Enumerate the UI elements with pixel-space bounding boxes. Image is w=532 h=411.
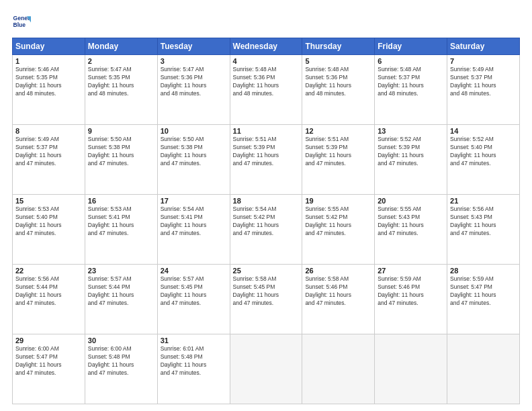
table-row: 24Sunrise: 5:57 AMSunset: 5:45 PMDayligh… — [157, 265, 230, 334]
day-info: Sunrise: 5:51 AMSunset: 5:39 PMDaylight:… — [305, 136, 371, 168]
day-number: 25 — [233, 267, 300, 275]
calendar-header-day: Saturday — [447, 38, 520, 55]
day-info: Sunrise: 5:47 AMSunset: 5:35 PMDaylight:… — [88, 66, 154, 98]
calendar-header-day: Tuesday — [157, 38, 230, 55]
calendar-week-row: 8Sunrise: 5:49 AMSunset: 5:37 PMDaylight… — [13, 125, 520, 195]
calendar-week-row: 1Sunrise: 5:46 AMSunset: 5:35 PMDaylight… — [13, 55, 520, 125]
day-info: Sunrise: 5:53 AMSunset: 5:41 PMDaylight:… — [88, 205, 154, 238]
calendar-header-day: Sunday — [13, 38, 85, 55]
day-info: Sunrise: 5:55 AMSunset: 5:42 PMDaylight:… — [305, 205, 371, 238]
day-number: 2 — [88, 57, 154, 65]
day-info: Sunrise: 5:53 AMSunset: 5:40 PMDaylight:… — [15, 205, 82, 238]
table-row: 7Sunrise: 5:49 AMSunset: 5:37 PMDaylight… — [447, 55, 520, 125]
table-row: 10Sunrise: 5:50 AMSunset: 5:38 PMDayligh… — [157, 125, 230, 195]
table-row: 12Sunrise: 5:51 AMSunset: 5:39 PMDayligh… — [302, 125, 375, 195]
calendar-header-day: Friday — [375, 38, 447, 55]
day-info: Sunrise: 5:58 AMSunset: 5:46 PMDaylight:… — [305, 275, 371, 308]
day-number: 7 — [450, 57, 517, 65]
day-number: 10 — [161, 127, 227, 135]
day-number: 1 — [15, 57, 82, 65]
calendar-week-row: 22Sunrise: 5:56 AMSunset: 5:44 PMDayligh… — [13, 265, 520, 334]
day-info: Sunrise: 5:54 AMSunset: 5:42 PMDaylight:… — [233, 205, 300, 238]
day-number: 27 — [378, 267, 444, 275]
calendar-week-row: 15Sunrise: 5:53 AMSunset: 5:40 PMDayligh… — [13, 195, 520, 265]
table-row: 1Sunrise: 5:46 AMSunset: 5:35 PMDaylight… — [13, 55, 85, 125]
day-number: 5 — [305, 57, 371, 65]
table-row: 14Sunrise: 5:52 AMSunset: 5:40 PMDayligh… — [447, 125, 520, 195]
day-info: Sunrise: 5:56 AMSunset: 5:43 PMDaylight:… — [450, 205, 517, 238]
table-row: 13Sunrise: 5:52 AMSunset: 5:39 PMDayligh… — [375, 125, 447, 195]
table-row: 27Sunrise: 5:59 AMSunset: 5:46 PMDayligh… — [375, 265, 447, 334]
day-info: Sunrise: 6:00 AMSunset: 5:47 PMDaylight:… — [15, 345, 82, 377]
day-number: 6 — [378, 57, 444, 65]
day-info: Sunrise: 5:52 AMSunset: 5:39 PMDaylight:… — [378, 136, 444, 168]
day-number: 22 — [15, 267, 82, 275]
calendar-header-day: Monday — [85, 38, 157, 55]
day-number: 31 — [161, 336, 227, 345]
table-row: 25Sunrise: 5:58 AMSunset: 5:45 PMDayligh… — [230, 265, 302, 334]
table-row: 19Sunrise: 5:55 AMSunset: 5:42 PMDayligh… — [302, 195, 375, 265]
day-info: Sunrise: 5:46 AMSunset: 5:35 PMDaylight:… — [15, 66, 82, 98]
svg-text:Blue: Blue — [13, 21, 26, 28]
calendar-table: SundayMondayTuesdayWednesdayThursdayFrid… — [12, 38, 520, 404]
day-info: Sunrise: 5:52 AMSunset: 5:40 PMDaylight:… — [450, 136, 517, 168]
day-number: 15 — [15, 197, 82, 205]
table-row: 28Sunrise: 5:59 AMSunset: 5:47 PMDayligh… — [447, 265, 520, 334]
table-row: 3Sunrise: 5:47 AMSunset: 5:36 PMDaylight… — [157, 55, 230, 125]
day-info: Sunrise: 5:54 AMSunset: 5:41 PMDaylight:… — [161, 205, 227, 238]
table-row: 9Sunrise: 5:50 AMSunset: 5:38 PMDaylight… — [85, 125, 157, 195]
day-info: Sunrise: 5:48 AMSunset: 5:36 PMDaylight:… — [233, 66, 300, 98]
day-number: 20 — [378, 197, 444, 205]
table-row — [375, 334, 447, 404]
day-number: 13 — [378, 127, 444, 135]
table-row: 16Sunrise: 5:53 AMSunset: 5:41 PMDayligh… — [85, 195, 157, 265]
table-row: 30Sunrise: 6:00 AMSunset: 5:48 PMDayligh… — [85, 334, 157, 404]
day-number: 4 — [233, 57, 300, 65]
day-info: Sunrise: 5:49 AMSunset: 5:37 PMDaylight:… — [15, 136, 82, 168]
day-info: Sunrise: 5:57 AMSunset: 5:44 PMDaylight:… — [88, 275, 154, 308]
day-number: 28 — [450, 267, 517, 275]
table-row — [447, 334, 520, 404]
day-info: Sunrise: 5:57 AMSunset: 5:45 PMDaylight:… — [161, 275, 227, 308]
day-number: 11 — [233, 127, 300, 135]
day-info: Sunrise: 5:49 AMSunset: 5:37 PMDaylight:… — [450, 66, 517, 98]
table-row: 17Sunrise: 5:54 AMSunset: 5:41 PMDayligh… — [157, 195, 230, 265]
day-number: 26 — [305, 267, 371, 275]
day-number: 19 — [305, 197, 371, 205]
general-blue-logo-icon: General Blue — [12, 12, 31, 31]
calendar-header-day: Wednesday — [230, 38, 302, 55]
day-info: Sunrise: 5:47 AMSunset: 5:36 PMDaylight:… — [161, 66, 227, 98]
header: General Blue — [12, 12, 520, 31]
day-number: 29 — [15, 336, 82, 345]
table-row — [302, 334, 375, 404]
day-info: Sunrise: 5:59 AMSunset: 5:46 PMDaylight:… — [378, 275, 444, 308]
day-number: 30 — [88, 336, 154, 345]
page: General Blue SundayMondayTuesdayWednesda… — [0, 0, 532, 411]
day-number: 17 — [161, 197, 227, 205]
day-number: 14 — [450, 127, 517, 135]
day-number: 8 — [15, 127, 82, 135]
day-info: Sunrise: 5:48 AMSunset: 5:36 PMDaylight:… — [305, 66, 371, 98]
calendar-header-row: SundayMondayTuesdayWednesdayThursdayFrid… — [13, 38, 520, 55]
day-number: 21 — [450, 197, 517, 205]
day-info: Sunrise: 5:56 AMSunset: 5:44 PMDaylight:… — [15, 275, 82, 308]
table-row — [230, 334, 302, 404]
table-row: 29Sunrise: 6:00 AMSunset: 5:47 PMDayligh… — [13, 334, 85, 404]
calendar-header-day: Thursday — [302, 38, 375, 55]
table-row: 8Sunrise: 5:49 AMSunset: 5:37 PMDaylight… — [13, 125, 85, 195]
table-row: 5Sunrise: 5:48 AMSunset: 5:36 PMDaylight… — [302, 55, 375, 125]
table-row: 11Sunrise: 5:51 AMSunset: 5:39 PMDayligh… — [230, 125, 302, 195]
table-row: 22Sunrise: 5:56 AMSunset: 5:44 PMDayligh… — [13, 265, 85, 334]
day-info: Sunrise: 5:50 AMSunset: 5:38 PMDaylight:… — [88, 136, 154, 168]
table-row: 4Sunrise: 5:48 AMSunset: 5:36 PMDaylight… — [230, 55, 302, 125]
table-row: 18Sunrise: 5:54 AMSunset: 5:42 PMDayligh… — [230, 195, 302, 265]
table-row: 6Sunrise: 5:48 AMSunset: 5:37 PMDaylight… — [375, 55, 447, 125]
day-info: Sunrise: 5:50 AMSunset: 5:38 PMDaylight:… — [161, 136, 227, 168]
day-info: Sunrise: 5:59 AMSunset: 5:47 PMDaylight:… — [450, 275, 517, 308]
table-row: 20Sunrise: 5:55 AMSunset: 5:43 PMDayligh… — [375, 195, 447, 265]
day-number: 12 — [305, 127, 371, 135]
table-row: 26Sunrise: 5:58 AMSunset: 5:46 PMDayligh… — [302, 265, 375, 334]
day-number: 16 — [88, 197, 154, 205]
day-number: 23 — [88, 267, 154, 275]
table-row: 23Sunrise: 5:57 AMSunset: 5:44 PMDayligh… — [85, 265, 157, 334]
